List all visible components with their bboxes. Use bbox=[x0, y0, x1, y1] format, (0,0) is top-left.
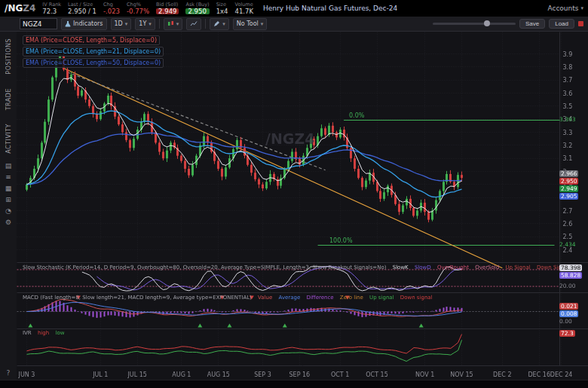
drawing-tools-dropdown[interactable]: ▾ bbox=[210, 18, 229, 30]
quote-bar: /NGZ4 IV Rank72.3 Last / Size2.950 / 1 C… bbox=[0, 0, 588, 17]
symbol-root: /NG bbox=[5, 3, 23, 14]
candlestick-icon bbox=[167, 20, 174, 27]
pencil-icon bbox=[213, 20, 220, 27]
calculator-icon[interactable]: ⊞ bbox=[5, 197, 11, 203]
save-button[interactable]: Save bbox=[519, 19, 545, 29]
chevron-down-icon: ▾ bbox=[261, 21, 264, 27]
field-chg: Chg-.023 bbox=[103, 2, 120, 14]
oversold-axis-label: 20.00 bbox=[559, 283, 575, 289]
sidebar-tab-activity[interactable]: ACTIVITY bbox=[5, 124, 12, 154]
chart-type-dropdown[interactable]: ▾ bbox=[164, 18, 183, 30]
slowk-bubble: 78.398 bbox=[559, 264, 582, 271]
chart-toolbar: Indicators 1D▾ 1Y▾ ▾ ▾ No Tool▾ Save Loa… bbox=[0, 17, 588, 32]
alert-indicator bbox=[578, 21, 583, 26]
chevron-down-icon: ▾ bbox=[125, 21, 128, 27]
field-volume: Volume41.7K bbox=[234, 2, 253, 14]
bid-price[interactable]: 2.949 bbox=[156, 8, 179, 15]
sidebar-tab-positions[interactable]: POSITIONS bbox=[5, 38, 12, 75]
field-bid[interactable]: Bid (Sell)2.949 bbox=[156, 2, 179, 14]
accounts-menu[interactable]: Accounts▾ bbox=[547, 5, 583, 12]
chevron-down-icon: ▾ bbox=[176, 21, 179, 27]
chart-grid-icon[interactable]: ▦ bbox=[5, 185, 12, 192]
toolbar-divider bbox=[159, 19, 160, 29]
line-chart-button[interactable] bbox=[186, 18, 201, 30]
macd-study-header[interactable]: MACD (Fast length=8, Slow length=21, MAC… bbox=[23, 295, 433, 301]
field-chg-pct: Chg%-0.77% bbox=[127, 2, 149, 14]
field-last-size: Last / Size2.950 / 1 bbox=[68, 2, 96, 14]
fib-100-label: 100.0% bbox=[329, 237, 353, 244]
field-iv-rank: IV Rank72.3 bbox=[42, 2, 61, 14]
legend-ema5[interactable]: EMA (Price=CLOSE, Length=5, Displace=0) bbox=[23, 35, 160, 45]
bottom-bar bbox=[0, 380, 588, 388]
ivr-study-header[interactable]: IVR high low bbox=[23, 330, 64, 336]
active-tool-dropdown[interactable]: No Tool▾ bbox=[233, 18, 267, 30]
thinkorswim-window: /NGZ4 IV Rank72.3 Last / Size2.950 / 1 C… bbox=[0, 0, 588, 388]
symbol-input[interactable] bbox=[20, 18, 57, 29]
gear-icon[interactable]: ⚙ bbox=[5, 219, 11, 226]
toolbar-divider bbox=[205, 19, 206, 29]
sidebar-tab-trade[interactable]: TRADE bbox=[5, 88, 12, 110]
legend-ema21[interactable]: EMA (Price=CLOSE, Length=21, Displace=0) bbox=[23, 47, 164, 57]
help-icon[interactable]: ? bbox=[0, 369, 17, 377]
fib-0-label: 0.0% bbox=[349, 112, 364, 119]
time-zoom-slider[interactable] bbox=[433, 23, 516, 25]
study-legend: EMA (Price=CLOSE, Length=5, Displace=0) … bbox=[23, 35, 164, 69]
symbol-label: /NGZ4 bbox=[5, 3, 35, 14]
chevron-down-icon: ▾ bbox=[149, 21, 152, 27]
load-button[interactable]: Load bbox=[549, 19, 574, 29]
slowd-bubble: 58.828 bbox=[559, 272, 582, 279]
field-size: Size1x4 bbox=[216, 2, 228, 14]
legend-ema50[interactable]: EMA (Price=CLOSE, Length=50, Displace=0) bbox=[23, 58, 164, 68]
slider-handle[interactable] bbox=[484, 20, 490, 26]
ivr-bubble: 72.3 bbox=[559, 330, 575, 337]
macd-value-bubble: 0.021 bbox=[559, 303, 578, 310]
watchlist-icon[interactable]: ≡ bbox=[5, 174, 11, 181]
symbol-watermark: /NGZ4 bbox=[265, 130, 314, 147]
line-chart-icon bbox=[190, 20, 198, 27]
macd-avg-bubble: 0.008 bbox=[559, 310, 578, 317]
ema50-price-bubble: 2.905 bbox=[559, 193, 578, 200]
ask-price[interactable]: 2.950 bbox=[185, 8, 209, 15]
left-sidebar: POSITIONS TRADE ACTIVITY ▤ ≡ ▦ ⊞ ◔ ⚙ ? bbox=[0, 32, 17, 380]
field-ask[interactable]: Ask (Buy)2.950 bbox=[185, 2, 209, 14]
flask-icon bbox=[65, 20, 71, 27]
contract-description: Henry Hub Natural Gas Futures, Dec-24 bbox=[263, 5, 397, 12]
chevron-down-icon: ▾ bbox=[580, 5, 583, 11]
symbol-suffix: Z4 bbox=[23, 3, 35, 14]
ema21-price-bubble: 2.966 bbox=[559, 170, 578, 177]
macd-zero-label: 0.00 bbox=[559, 318, 572, 325]
aggregation-dropdown[interactable]: 1D▾ bbox=[111, 18, 132, 30]
clock-icon[interactable]: ◔ bbox=[5, 208, 11, 215]
last-price-bubble: 2.950 bbox=[559, 178, 578, 185]
fib-0-price: 3.393 bbox=[559, 116, 575, 123]
monitor-icon[interactable]: ▤ bbox=[5, 163, 12, 170]
stochastic-study-header[interactable]: Slow Stochastic (K Period=14, D Period=9… bbox=[23, 264, 569, 270]
chevron-down-icon: ▾ bbox=[222, 21, 225, 27]
fib-100-price: 2.434 bbox=[559, 241, 575, 248]
bid-price-bubble: 2.949 bbox=[559, 185, 578, 192]
price-chart-canvas[interactable] bbox=[17, 32, 588, 380]
range-dropdown[interactable]: 1Y▾ bbox=[135, 18, 155, 30]
indicators-button[interactable]: Indicators bbox=[61, 18, 107, 30]
